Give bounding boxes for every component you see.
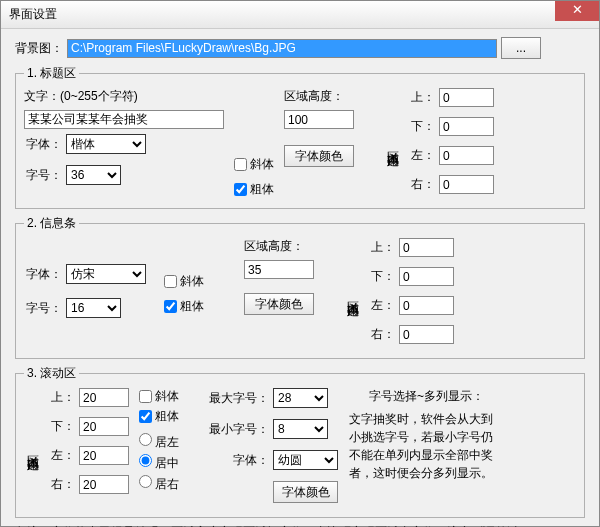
s1-height-input[interactable] bbox=[284, 110, 354, 129]
s3-bold-checkbox[interactable]: 粗体 bbox=[139, 408, 199, 425]
s1-size-select[interactable]: 36 bbox=[66, 165, 121, 185]
titlebar: 界面设置 ✕ bbox=[1, 1, 599, 29]
s3-margin-right[interactable] bbox=[79, 475, 129, 494]
s1-font-label: 字体： bbox=[24, 136, 62, 153]
s1-italic-checkbox[interactable]: 斜体 bbox=[234, 156, 274, 173]
s1-height-label: 区域高度： bbox=[284, 88, 374, 105]
s1-text-label: 文字：(0~255个字符) bbox=[24, 88, 224, 105]
browse-button[interactable]: ... bbox=[501, 37, 541, 59]
s2-bold-checkbox[interactable]: 粗体 bbox=[164, 298, 234, 315]
s2-margin-top[interactable] bbox=[399, 238, 454, 257]
s2-font-select[interactable]: 仿宋 bbox=[66, 264, 146, 284]
section-title-area: 1. 标题区 文字：(0~255个字符) 字体：楷体 字号：36 斜体 粗体 区… bbox=[15, 65, 585, 209]
s3-margin-left[interactable] bbox=[79, 446, 129, 465]
s1-margin-right[interactable] bbox=[439, 175, 494, 194]
s3-minfont-select[interactable]: 8 bbox=[273, 419, 328, 439]
s3-align-center-radio[interactable]: 居中 bbox=[139, 454, 199, 472]
s2-margin-label: 区域内边距 bbox=[344, 292, 361, 297]
s3-margin-label: 区域内边距 bbox=[24, 446, 41, 451]
s1-bold-checkbox[interactable]: 粗体 bbox=[234, 181, 274, 198]
s3-margin-bottom[interactable] bbox=[79, 417, 129, 436]
s3-align-left-radio[interactable]: 居左 bbox=[139, 433, 199, 451]
s3-italic-checkbox[interactable]: 斜体 bbox=[139, 388, 199, 405]
s3-font-select[interactable]: 幼圆 bbox=[273, 450, 338, 470]
section-info-bar: 2. 信息条 字体：仿宋 字号：16 斜体 粗体 区域高度： 字体颜色 区域内边… bbox=[15, 215, 585, 359]
s2-italic-checkbox[interactable]: 斜体 bbox=[164, 273, 234, 290]
s2-margin-right[interactable] bbox=[399, 325, 454, 344]
window-title: 界面设置 bbox=[9, 6, 57, 23]
s1-margin-bottom[interactable] bbox=[439, 117, 494, 136]
s3-maxfont-select[interactable]: 28 bbox=[273, 388, 328, 408]
s2-fontcolor-button[interactable]: 字体颜色 bbox=[244, 293, 314, 315]
s2-margin-left[interactable] bbox=[399, 296, 454, 315]
section3-legend: 3. 滚动区 bbox=[24, 365, 79, 382]
s3-tip-title: 字号选择~多列显示： bbox=[349, 388, 504, 405]
dialog-window: 界面设置 ✕ 背景图： ... 1. 标题区 文字：(0~255个字符) 字体：… bbox=[0, 0, 600, 527]
close-button[interactable]: ✕ bbox=[555, 1, 599, 21]
s1-size-label: 字号： bbox=[24, 167, 62, 184]
section1-legend: 1. 标题区 bbox=[24, 65, 79, 82]
s3-align-right-radio[interactable]: 居右 bbox=[139, 475, 199, 493]
s2-margin-bottom[interactable] bbox=[399, 267, 454, 286]
s3-fontcolor-button[interactable]: 字体颜色 bbox=[273, 481, 338, 503]
section-scroll-area: 3. 滚动区 区域内边距 上： 下： 左： 右： 斜体 粗体 居左 居中 居右 bbox=[15, 365, 585, 518]
bg-path-input[interactable] bbox=[67, 39, 497, 58]
bg-label: 背景图： bbox=[15, 40, 63, 57]
s3-margin-top[interactable] bbox=[79, 388, 129, 407]
s1-fontcolor-button[interactable]: 字体颜色 bbox=[284, 145, 354, 167]
s1-text-input[interactable] bbox=[24, 110, 224, 129]
section2-legend: 2. 信息条 bbox=[24, 215, 79, 232]
s3-tip-text: 文字抽奖时，软件会从大到小挑选字号，若最小字号仍不能在单列内显示全部中奖者，这时… bbox=[349, 410, 504, 482]
s2-size-select[interactable]: 16 bbox=[66, 298, 121, 318]
s1-margin-left[interactable] bbox=[439, 146, 494, 165]
s1-font-select[interactable]: 楷体 bbox=[66, 134, 146, 154]
s2-height-input[interactable] bbox=[244, 260, 314, 279]
s1-margin-top[interactable] bbox=[439, 88, 494, 107]
s1-margin-label: 区域内边距 bbox=[384, 142, 401, 147]
